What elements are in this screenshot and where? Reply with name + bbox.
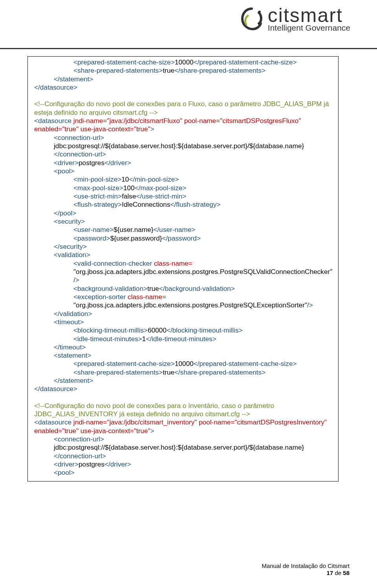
brand-tagline: Intelligent Governance (268, 24, 350, 32)
brand-logo: citsmart Intelligent Governance (239, 6, 350, 32)
page-indicator: 17 de 58 (262, 570, 350, 577)
brand-name: citsmart (268, 6, 350, 25)
page-header: citsmart Intelligent Governance (0, 0, 377, 49)
footer-title: Manual de Instalação do Citsmart (262, 562, 350, 570)
svg-point-0 (258, 11, 261, 13)
xml-code-block: <prepared-statement-cache-size>10000</pr… (27, 56, 339, 481)
page-footer: Manual de Instalação do Citsmart 17 de 5… (262, 562, 350, 577)
citsmart-swirl-icon (239, 6, 264, 31)
